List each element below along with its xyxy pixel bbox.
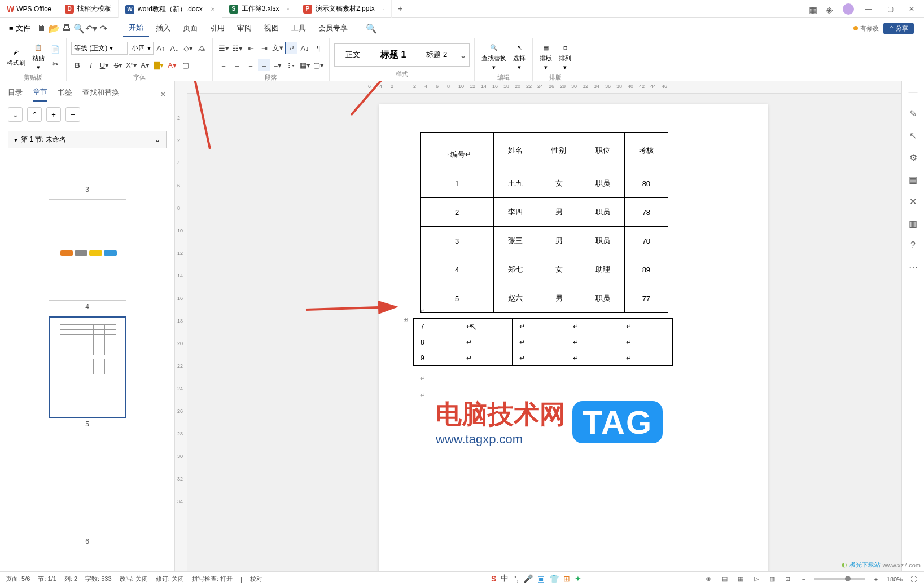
ime-punct-icon[interactable]: °, [513, 574, 519, 583]
fit-icon[interactable]: ⊡ [783, 574, 793, 584]
settings-icon[interactable]: ⚙ [909, 152, 917, 163]
grow-font-icon[interactable]: A↑ [155, 42, 167, 54]
puzzle-icon[interactable]: ✦ [575, 574, 581, 583]
share-button[interactable]: ⇧ 分享 [883, 23, 914, 34]
select-button[interactable]: ↖选择▾ [511, 41, 528, 72]
table-cell[interactable]: →编号↵ [421, 133, 494, 169]
proof-status[interactable]: 校对 [250, 575, 262, 583]
revision-status[interactable]: 修订: 关闭 [156, 575, 184, 583]
page-status[interactable]: 页面: 5/6 [6, 575, 30, 583]
table-cell[interactable]: 考核 [624, 133, 668, 169]
overwrite-status[interactable]: 改写: 关闭 [120, 575, 148, 583]
close-button[interactable]: ✕ [905, 5, 918, 13]
italic-button[interactable]: I [85, 59, 97, 71]
table-cell[interactable]: 职位 [581, 133, 624, 169]
zoom-out-icon[interactable]: − [799, 574, 809, 584]
section-status[interactable]: 节: 1/1 [38, 575, 56, 583]
paste-button[interactable]: 📋粘贴▾ [30, 41, 47, 72]
style-normal[interactable]: 正文 [336, 46, 370, 64]
distribute-icon[interactable]: ≡▾ [271, 59, 284, 71]
align-right-icon[interactable]: ≡ [244, 59, 257, 71]
tab-review[interactable]: 审阅 [231, 20, 257, 37]
style-gallery[interactable]: 正文 标题 1 标题 2 ⌄ [334, 43, 470, 67]
tab-reference[interactable]: 引用 [204, 20, 230, 37]
open-icon[interactable]: 📂 [49, 23, 60, 34]
tools-icon[interactable]: ✕ [909, 196, 917, 207]
shirt-icon[interactable]: 👕 [549, 574, 559, 583]
superscript-button[interactable]: X²▾ [125, 59, 138, 71]
pen-icon[interactable]: ✎ [909, 108, 917, 119]
dropdown-icon[interactable]: ▫ [383, 6, 385, 12]
add-section-icon[interactable]: + [46, 107, 61, 122]
line-spacing-icon[interactable]: ⫶▾ [285, 59, 297, 71]
nav-tab-bookmarks[interactable]: 书签 [58, 87, 72, 101]
layers-icon[interactable]: ▤ [909, 174, 917, 185]
dropdown-icon[interactable]: ▫ [287, 6, 289, 12]
minimize-button[interactable]: — [862, 5, 875, 13]
table-handle-icon[interactable]: ⊞ [403, 316, 408, 323]
new-icon[interactable]: 🗎 [36, 23, 47, 34]
mic-icon[interactable]: 🎤 [523, 574, 533, 583]
add-tab-button[interactable]: + [392, 4, 408, 14]
bookmark-icon[interactable]: ▥ [909, 218, 917, 229]
section-header[interactable]: ▾ 第 1 节: 未命名 ⌄ [8, 131, 167, 148]
highlight-button[interactable]: ▇▾ [152, 59, 165, 71]
style-heading1[interactable]: 标题 1 [371, 45, 415, 65]
shrink-font-icon[interactable]: A↓ [168, 42, 181, 54]
collapse-icon[interactable]: ⌄ [8, 107, 23, 122]
help-icon[interactable]: ? [910, 240, 916, 250]
cut-icon[interactable]: ✂ [49, 58, 62, 70]
style-heading2[interactable]: 标题 2 [417, 46, 457, 64]
page-thumb-6[interactable] [49, 434, 126, 535]
eye-icon[interactable]: 👁 [704, 574, 714, 584]
clear-format-icon[interactable]: ◇▾ [182, 42, 194, 54]
file-menu[interactable]: ≡ 文件 [5, 21, 35, 36]
search-icon[interactable]: 🔍 [366, 23, 377, 34]
shading-icon[interactable]: ▦▾ [299, 59, 311, 71]
nav-tab-find[interactable]: 查找和替换 [82, 87, 119, 101]
text-effect-button[interactable]: A▾ [139, 59, 151, 71]
horizontal-ruler[interactable]: 642 246 81012 141618 202224 262830 32343… [187, 81, 901, 94]
align-justify-icon[interactable]: ≡ [258, 59, 270, 71]
font-name-select[interactable]: 等线 (正文) ▾ [71, 42, 128, 55]
play-icon[interactable]: ▷ [751, 574, 761, 584]
phonetic-icon[interactable]: ⁂ [195, 42, 208, 54]
undo-icon[interactable]: ↶▾ [86, 23, 97, 34]
text-direction-icon[interactable]: 文▾ [271, 42, 284, 54]
line-break-icon[interactable]: ⤶ [285, 42, 297, 54]
tab-member[interactable]: 会员专享 [313, 20, 353, 37]
tab-home[interactable]: 开始 [123, 19, 149, 37]
maximize-button[interactable]: ▢ [883, 5, 897, 13]
zoom-in-icon[interactable]: + [871, 574, 881, 584]
nav-tab-sections[interactable]: 章节 [33, 87, 47, 102]
bullet-list-icon[interactable]: ☰▾ [217, 42, 230, 54]
page-thumb-3[interactable] [49, 152, 126, 183]
avatar[interactable] [843, 3, 854, 15]
page-thumb-4[interactable] [49, 199, 126, 301]
fullscreen-icon[interactable]: ⛶ [908, 574, 918, 584]
vertical-ruler[interactable]: 224 6810 121416 182022 242628 303234 [175, 81, 187, 571]
layout-button[interactable]: ▤排版▾ [537, 41, 554, 72]
modify-status[interactable]: 有修改 [853, 24, 879, 33]
page-thumb-5[interactable] [49, 316, 126, 418]
expand-icon[interactable]: ⌃ [27, 107, 42, 122]
tab-view[interactable]: 视图 [259, 20, 284, 37]
align-center-icon[interactable]: ≡ [231, 59, 243, 71]
number-list-icon[interactable]: ☷▾ [231, 42, 243, 54]
column-status[interactable]: 列: 2 [64, 575, 77, 583]
word-count[interactable]: 字数: 533 [85, 575, 111, 583]
font-size-select[interactable]: 小四 ▾ [129, 42, 154, 55]
tab-excel[interactable]: S 工作簿3.xlsx ▫ [222, 0, 296, 18]
data-table-1[interactable]: →编号↵ 姓名 性别 职位 考核 1王五女职员80 2李四男职员78 3张三男职… [420, 132, 668, 313]
close-pane-icon[interactable]: ✕ [160, 90, 167, 99]
preview-icon[interactable]: 🔍 [73, 23, 85, 34]
show-marks-icon[interactable]: ¶ [312, 42, 325, 54]
spellcheck-status[interactable]: 拼写检查: 打开 [192, 575, 233, 583]
print-icon[interactable]: 🖶 [61, 23, 72, 34]
tab-tools[interactable]: 工具 [286, 20, 312, 37]
table-cell[interactable]: 姓名 [494, 133, 537, 169]
char-border-icon[interactable]: ▢ [179, 59, 192, 71]
document-canvas[interactable]: 642 246 81012 141618 202224 262830 32343… [187, 81, 901, 571]
toolbox-icon[interactable]: ⊞ [563, 574, 570, 583]
zoom-slider[interactable] [814, 578, 865, 580]
